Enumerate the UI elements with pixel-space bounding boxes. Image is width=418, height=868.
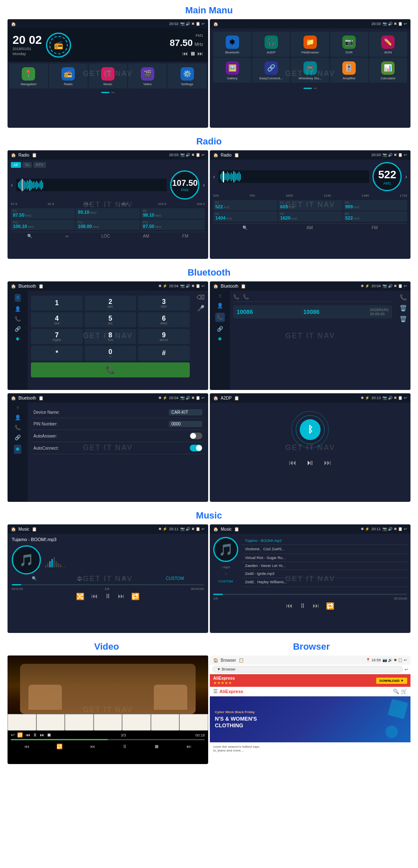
preset-p10[interactable]: P10 106.10 MHZ <box>11 220 75 230</box>
gallery-app[interactable]: 🖼️ Gallery <box>213 58 251 83</box>
calls-tab-calls[interactable]: 📞 <box>233 294 240 300</box>
music-repeat[interactable]: 🔁 <box>131 592 140 600</box>
autoanswer-toggle[interactable] <box>190 433 202 439</box>
vid-btn2[interactable]: 🔁 <box>56 744 63 749</box>
radio-fm-btn[interactable]: FM <box>182 234 188 238</box>
bt-sidebar2-dialpad[interactable]: ⠿ <box>219 294 222 299</box>
preset-p8[interactable]: P8 98.10 MHZ <box>141 208 205 219</box>
am-preset-p1[interactable]: P1 522 KHZ <box>213 200 277 210</box>
key-0[interactable]: 0+ <box>84 346 136 361</box>
call-button[interactable]: 📞 <box>31 362 190 377</box>
a2dp-next[interactable]: ⏭ <box>324 458 331 467</box>
music-prev2[interactable]: ⏮ <box>286 602 293 610</box>
am-preset-p6[interactable]: P6 522 KHZ <box>343 211 407 222</box>
call-entry-1[interactable]: 10086 10086 2018/01/01 20:05:20 <box>233 305 392 319</box>
vid-btn4[interactable]: ⏸ <box>122 744 127 749</box>
bt-sidebar-contacts-icon[interactable]: 👤 <box>15 306 21 312</box>
video-loop-icon[interactable]: 🔁 <box>17 732 23 738</box>
am-preset-p2[interactable]: P2 603 KHZ <box>278 200 342 210</box>
music-app[interactable]: 🎵 Music <box>89 63 127 89</box>
key-9[interactable]: 9WXYZ <box>138 329 190 344</box>
am-preset-p5[interactable]: P5 1620 KHZ <box>278 211 342 222</box>
preset-p8-1[interactable]: 90.10 MHZ <box>76 208 140 219</box>
key-1[interactable]: 1 <box>31 296 83 311</box>
video-stop-icon[interactable]: ⏹ <box>47 732 51 738</box>
calculator-app[interactable]: 📊 Calculator <box>369 58 407 83</box>
bt-sidebar3-dialpad[interactable]: ⠿ <box>16 406 19 410</box>
music-next2[interactable]: ⏭ <box>313 602 319 610</box>
a2dp-play[interactable]: ⏯ <box>306 458 314 467</box>
ali-download-btn[interactable]: DOWNLOAD ▼ <box>376 678 407 684</box>
key-3[interactable]: 3DEF <box>138 296 190 311</box>
bt-sidebar-link-icon[interactable]: 🔗 <box>15 326 21 332</box>
music-eq-btn[interactable]: ⚖️ <box>77 576 82 581</box>
radio-app[interactable]: 📻 Radio <box>49 63 88 89</box>
bt-sidebar-calls-icon[interactable]: 📞 <box>15 316 21 322</box>
vid-btn3[interactable]: ⏮ <box>90 744 95 749</box>
radio-loop[interactable]: ∞ <box>65 234 68 238</box>
bt-sidebar2-contacts[interactable]: 👤 <box>217 303 223 309</box>
browser-url-bar[interactable]: ▼ Browser <box>212 666 403 673</box>
video-back-icon[interactable]: ↩ <box>11 732 15 738</box>
fm-btn[interactable]: FM <box>372 225 377 230</box>
bt-sidebar3-bt[interactable]: ✱ <box>14 445 21 454</box>
music-prev[interactable]: ⏮ <box>91 592 98 600</box>
am-search[interactable]: 🔍 <box>242 225 247 230</box>
af-tab[interactable]: AF <box>11 162 21 168</box>
playlist-item-2[interactable]: Vicetone、Cozi Zuehl... <box>242 545 407 554</box>
dvr-app[interactable]: 📷 DVR <box>330 32 368 57</box>
preset-p12[interactable]: P12 87.50 MHZ <box>141 220 205 230</box>
video-next-icon[interactable]: ⏭ <box>40 732 44 738</box>
key-5[interactable]: 5JKL <box>84 312 136 327</box>
bt-sidebar3-contacts[interactable]: 👤 <box>15 415 21 420</box>
ta-tab[interactable]: TA <box>23 162 32 168</box>
bt-sidebar2-calls[interactable]: 📞 <box>215 313 225 322</box>
bt-sidebar2-bt[interactable]: ✱ <box>218 336 222 342</box>
am-preset-p4[interactable]: P4 1404 KHZ <box>213 211 277 222</box>
bt-sidebar2-link[interactable]: 🔗 <box>217 326 223 332</box>
am-tuner-left[interactable]: ‹ <box>213 173 215 180</box>
music-next[interactable]: ⏭ <box>118 592 125 600</box>
music-custom-btn[interactable]: CUSTOM <box>166 576 184 581</box>
wheelkey-app[interactable]: 🎮 Wheelkey Stu... <box>291 58 329 83</box>
nav-app[interactable]: 📍 Navigation <box>9 63 48 89</box>
key-2[interactable]: 2ABC <box>84 296 136 311</box>
music-repeat2[interactable]: 🔁 <box>326 602 334 610</box>
music-custom-btn2[interactable]: CUSTOM <box>219 580 233 583</box>
key-6[interactable]: 6MNO <box>138 312 190 327</box>
player-controls[interactable]: ⏮ ⏹ ⏭ <box>75 50 203 57</box>
playlist-item-5[interactable]: Zedd - Ignite.mp3 <box>242 570 407 578</box>
key-7[interactable]: 7PQRS <box>31 329 83 344</box>
pin-input[interactable] <box>169 421 202 427</box>
radio-loc[interactable]: LOC <box>102 234 110 238</box>
am-btn[interactable]: AM <box>306 225 313 230</box>
bt-sidebar3-link[interactable]: 🔗 <box>15 435 21 440</box>
browser-cart-icon[interactable]: 🛒 <box>401 688 407 694</box>
browser-search-icon[interactable]: 🔍 <box>393 688 399 694</box>
key-hash[interactable]: # <box>138 346 190 361</box>
video-prev-icon[interactable]: ⏮ <box>25 732 30 738</box>
autoconnect-toggle[interactable] <box>190 445 202 451</box>
vid-btn6[interactable]: ⏭ <box>186 744 191 749</box>
calls-tab-missed[interactable]: 📞 <box>243 294 249 300</box>
key-star[interactable]: * <box>31 346 83 361</box>
radio-search[interactable]: 🔍 <box>27 234 32 238</box>
key-4[interactable]: 4GHI <box>31 312 83 327</box>
easyconnect-app[interactable]: 🔗 EasyConnecti... <box>252 58 290 83</box>
bt-sidebar-dialpad-icon[interactable]: ⠿ <box>15 294 21 302</box>
radio-am-btn[interactable]: AM <box>143 234 149 238</box>
music-pause2[interactable]: ⏸ <box>299 602 306 610</box>
music-search-btn[interactable]: 🔍 <box>32 576 37 581</box>
filebrowser-app[interactable]: 📁 FileBrowser <box>291 32 329 57</box>
music-shuffle[interactable]: 🔀 <box>76 592 84 600</box>
device-name-input[interactable] <box>169 409 202 415</box>
playlist-item-3[interactable]: Virtual Riot - Sugar Ru... <box>242 554 407 562</box>
tuner-right[interactable]: › <box>203 182 205 188</box>
key-8[interactable]: 8TUV <box>84 329 136 344</box>
bluetooth-app[interactable]: ✱ Bluetooth <box>213 32 251 57</box>
a2dp-prev[interactable]: ⏮ <box>289 458 296 467</box>
delete-all-icon[interactable]: 🗑️ <box>400 316 407 322</box>
music-pause[interactable]: ⏸ <box>104 592 111 600</box>
browser-refresh[interactable]: ↩ <box>405 667 408 672</box>
preset-p7[interactable]: P7 87.50 MHZ <box>11 208 75 219</box>
